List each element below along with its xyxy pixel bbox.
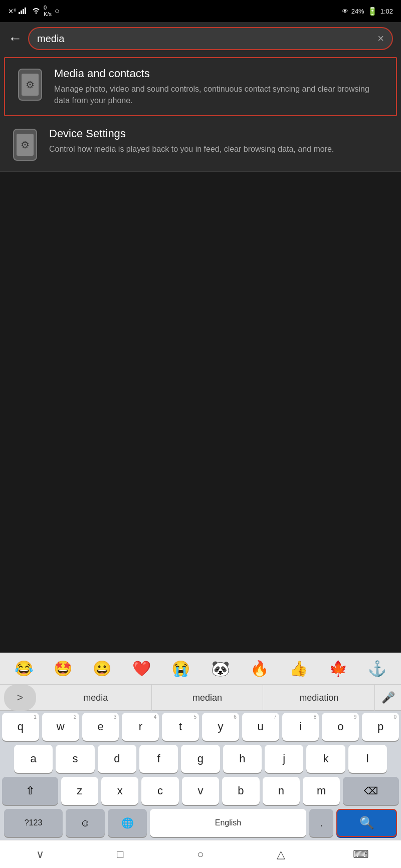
keyboard-row-1: 1q 2w 3e 4r 5t 6y 7u 8i 9o 0p xyxy=(2,713,399,741)
search-input-wrapper: × xyxy=(28,27,393,50)
shift-key[interactable]: ⇧ xyxy=(2,777,58,805)
result-media-contacts[interactable]: ⚙ Media and contacts Manage photo, video… xyxy=(4,57,397,116)
backspace-key[interactable]: ⌫ xyxy=(343,777,399,805)
space-label: English xyxy=(215,818,241,827)
emoji-heart[interactable]: ❤️ xyxy=(132,660,151,677)
key-q[interactable]: 1q xyxy=(2,713,39,741)
key-s[interactable]: s xyxy=(56,745,94,773)
key-d[interactable]: d xyxy=(98,745,136,773)
gear-icon-2: ⚙ xyxy=(21,139,30,151)
key-g[interactable]: g xyxy=(181,745,220,773)
result-title-media: Media and contacts xyxy=(54,67,386,80)
key-i[interactable]: 8i xyxy=(282,713,319,741)
gear-icon: ⚙ xyxy=(26,79,35,91)
emoji-anchor[interactable]: ⚓ xyxy=(368,660,386,677)
emoji-kiss[interactable]: 🤩 xyxy=(54,660,72,677)
eye-icon: 👁 xyxy=(342,8,348,15)
suggestion-median[interactable]: median xyxy=(152,685,264,711)
result-text-device: Device Settings Control how media is pla… xyxy=(49,127,391,155)
svg-rect-1 xyxy=(21,11,22,14)
search-icon: 🔍 xyxy=(359,816,374,830)
key-u[interactable]: 7u xyxy=(242,713,279,741)
keyboard-keys: 1q 2w 3e 4r 5t 6y 7u 8i 9o 0p a s d f g … xyxy=(0,711,401,837)
key-v[interactable]: v xyxy=(182,777,219,805)
clear-button[interactable]: × xyxy=(377,32,384,45)
emoji-key[interactable]: ☺ xyxy=(66,809,105,837)
nav-back-button[interactable]: ∨ xyxy=(25,848,55,861)
suggestions-bar: > media median mediation 🎤 xyxy=(0,685,401,711)
key-b[interactable]: b xyxy=(222,777,259,805)
key-y[interactable]: 6y xyxy=(202,713,239,741)
result-icon-device: ⚙ xyxy=(10,127,40,162)
space-key[interactable]: English xyxy=(150,809,306,837)
keyboard-row-2: a s d f g h j k l xyxy=(2,745,399,773)
result-title-device: Device Settings xyxy=(49,127,391,140)
emoji-cry[interactable]: 😭 xyxy=(171,660,190,677)
result-device-settings[interactable]: ⚙ Device Settings Control how media is p… xyxy=(0,118,401,172)
key-e[interactable]: 3e xyxy=(82,713,119,741)
result-desc-media: Manage photo, video and sound controls, … xyxy=(54,83,386,106)
status-left: ✕ᴵˡ 0K/s ○ xyxy=(8,5,60,18)
nav-triangle-button[interactable]: △ xyxy=(266,848,296,861)
key-w[interactable]: 2w xyxy=(42,713,79,741)
emoji-fire[interactable]: 🔥 xyxy=(250,660,269,677)
battery-percent: 24% xyxy=(351,8,364,15)
result-icon-media: ⚙ xyxy=(15,67,45,102)
emoji-smile[interactable]: 😀 xyxy=(93,660,111,677)
search-input[interactable] xyxy=(37,33,377,45)
emoji-laughing[interactable]: 😂 xyxy=(15,660,33,677)
num-sym-key[interactable]: ?123 xyxy=(4,809,63,837)
key-h[interactable]: h xyxy=(223,745,262,773)
key-a[interactable]: a xyxy=(14,745,53,773)
wifi-icon xyxy=(32,7,41,16)
emoji-leaf[interactable]: 🍁 xyxy=(329,660,347,677)
backspace-icon: ⌫ xyxy=(364,785,378,797)
expand-suggestions-button[interactable]: > xyxy=(4,685,36,711)
result-text-media: Media and contacts Manage photo, video a… xyxy=(54,67,386,106)
key-m[interactable]: m xyxy=(303,777,340,805)
key-c[interactable]: c xyxy=(141,777,178,805)
suggestion-mediation[interactable]: mediation xyxy=(263,685,375,711)
shift-icon: ⇧ xyxy=(26,784,35,797)
key-z[interactable]: z xyxy=(61,777,98,805)
signal-icon: ✕ᴵˡ xyxy=(8,8,16,15)
svg-rect-2 xyxy=(23,9,24,14)
microphone-button[interactable]: 🎤 xyxy=(375,685,401,711)
keyboard-container: 😂 🤩 😀 ❤️ 😭 🐼 🔥 👍 🍁 ⚓ > media median medi… xyxy=(0,653,401,840)
key-p[interactable]: 0p xyxy=(362,713,399,741)
search-bar: ← × xyxy=(0,22,401,55)
search-key[interactable]: 🔍 xyxy=(336,809,397,837)
keyboard-row-3: ⇧ z x c v b n m ⌫ xyxy=(2,777,399,805)
globe-icon: 🌐 xyxy=(121,817,134,829)
key-j[interactable]: j xyxy=(265,745,303,773)
suggestion-media[interactable]: media xyxy=(40,685,152,711)
key-o[interactable]: 9o xyxy=(322,713,359,741)
nav-circle-button[interactable]: ○ xyxy=(185,848,216,861)
key-r[interactable]: 4r xyxy=(122,713,159,741)
empty-space xyxy=(0,172,401,653)
emoji-face-icon: ☺ xyxy=(80,817,90,829)
emoji-panda[interactable]: 🐼 xyxy=(211,660,230,677)
nav-home-button[interactable]: □ xyxy=(105,848,135,861)
key-x[interactable]: x xyxy=(101,777,138,805)
key-l[interactable]: l xyxy=(348,745,387,773)
data-speed: 0K/s xyxy=(44,5,52,18)
search-results: ⚙ Media and contacts Manage photo, video… xyxy=(0,55,401,172)
back-button[interactable]: ← xyxy=(8,32,22,46)
nav-keyboard-button[interactable]: ⌨ xyxy=(346,848,376,861)
key-t[interactable]: 5t xyxy=(162,713,199,741)
key-k[interactable]: k xyxy=(306,745,345,773)
svg-rect-3 xyxy=(25,8,26,14)
dot-key[interactable]: . xyxy=(309,809,333,837)
battery-icon: 🔋 xyxy=(367,7,377,16)
globe-key[interactable]: 🌐 xyxy=(108,809,147,837)
key-f[interactable]: f xyxy=(139,745,178,773)
result-desc-device: Control how media is played back to you … xyxy=(49,143,391,155)
emoji-thumbsup[interactable]: 👍 xyxy=(289,660,308,677)
key-n[interactable]: n xyxy=(263,777,300,805)
status-right: 👁 24% 🔋 1:02 xyxy=(342,7,393,16)
network-signal xyxy=(19,7,29,16)
nav-bar: ∨ □ ○ △ ⌨ xyxy=(0,840,401,868)
status-bar: ✕ᴵˡ 0K/s ○ 👁 24% 🔋 1:02 xyxy=(0,0,401,22)
dot-label: . xyxy=(320,816,323,829)
